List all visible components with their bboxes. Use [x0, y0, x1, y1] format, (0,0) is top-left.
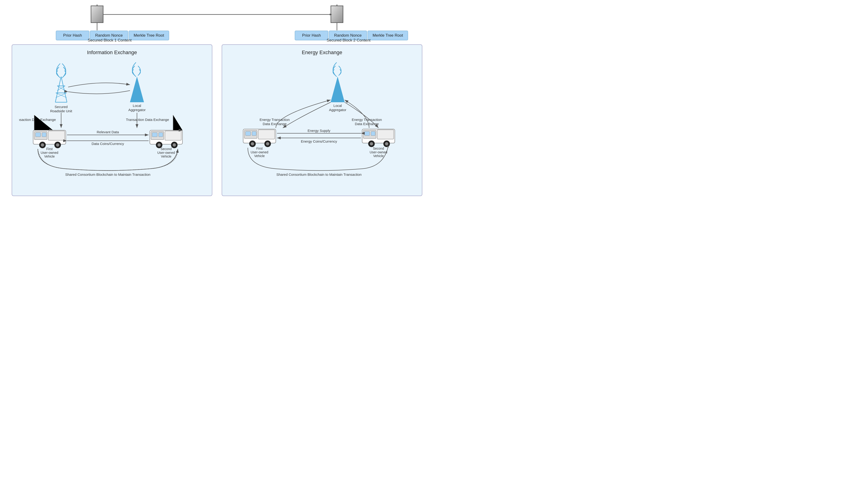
svg-text:Merkle Tree Root: Merkle Tree Root	[134, 33, 164, 37]
svg-text:Energy Supply: Energy Supply	[308, 129, 331, 132]
svg-text:Local: Local	[133, 103, 141, 108]
svg-text:Data Exchange: Data Exchange	[263, 122, 287, 126]
svg-rect-57	[152, 132, 157, 137]
svg-point-48	[41, 143, 44, 147]
diagram1-title: Information Exchange	[19, 50, 205, 56]
svg-rect-58	[159, 132, 163, 137]
svg-text:First: First	[256, 147, 262, 150]
svg-text:First: First	[46, 147, 53, 151]
svg-rect-92	[377, 130, 394, 139]
svg-text:Data Coins/Currency: Data Coins/Currency	[91, 142, 124, 146]
diagram2-title: Energy Exchange	[229, 50, 415, 56]
svg-text:Merkle Tree Root: Merkle Tree Root	[373, 33, 403, 37]
diagram2: Energy Exchange	[222, 44, 422, 196]
svg-text:Relevant Data: Relevant Data	[97, 130, 119, 134]
svg-rect-44	[48, 131, 65, 140]
svg-rect-45	[35, 132, 40, 137]
svg-rect-81	[245, 131, 251, 135]
svg-text:User-owned: User-owned	[251, 150, 268, 154]
svg-text:Secured Block 2 Content: Secured Block 2 Content	[327, 38, 371, 42]
svg-text:Transaction Data Exchange: Transaction Data Exchange	[126, 118, 169, 122]
svg-text:Vehicle: Vehicle	[161, 154, 171, 158]
svg-point-86	[266, 142, 269, 145]
svg-marker-37	[130, 77, 144, 102]
svg-text:Vehicle: Vehicle	[44, 154, 55, 158]
svg-point-96	[370, 142, 373, 145]
svg-text:Prior Hash: Prior Hash	[63, 33, 82, 37]
svg-line-26	[55, 77, 61, 102]
svg-text:Shared Consortium Blockchain t: Shared Consortium Blockchain to Maintain…	[276, 173, 362, 177]
diagram2-svg: Local Aggregator Energy Transaction Data…	[229, 60, 416, 189]
header-svg: Prior Hash Random Nonce Merkle Tree Root…	[12, 5, 422, 42]
svg-marker-71	[331, 77, 345, 102]
svg-text:User-owned: User-owned	[40, 151, 58, 154]
svg-rect-93	[365, 131, 370, 135]
svg-text:Secured: Secured	[55, 105, 68, 109]
svg-text:User-owned: User-owned	[157, 151, 175, 154]
main-container: Prior Hash Random Nonce Merkle Tree Root…	[5, 5, 429, 196]
svg-text:User-owned: User-owned	[370, 150, 387, 154]
svg-text:Second: Second	[160, 147, 172, 151]
svg-rect-0	[91, 6, 103, 23]
svg-point-84	[251, 142, 254, 145]
svg-text:Aggregator: Aggregator	[329, 108, 346, 112]
svg-text:Energy Coins/Currency: Energy Coins/Currency	[301, 139, 337, 143]
svg-text:Prior Hash: Prior Hash	[302, 33, 321, 37]
svg-text:Vehicle: Vehicle	[373, 154, 383, 158]
svg-point-50	[56, 143, 59, 147]
svg-rect-3	[331, 6, 343, 23]
svg-rect-80	[258, 130, 275, 139]
svg-text:Data Exchange: Data Exchange	[355, 122, 379, 126]
diagrams-row: Information Exchange	[5, 44, 429, 196]
diagram1-svg: Secured Roadside Unit Local Aggregator	[19, 60, 206, 189]
svg-text:Shared Consortium Blockchain t: Shared Consortium Blockchain to Maintain…	[65, 173, 150, 177]
svg-text:Vehicle: Vehicle	[254, 154, 265, 158]
svg-text:Random Nonce: Random Nonce	[334, 33, 362, 37]
svg-text:Roadside Unit: Roadside Unit	[50, 109, 72, 113]
svg-text:Energy Transaction: Energy Transaction	[259, 118, 289, 122]
svg-rect-46	[42, 132, 46, 137]
svg-point-60	[157, 143, 161, 147]
svg-marker-104	[387, 146, 389, 148]
svg-rect-94	[371, 131, 375, 135]
svg-rect-56	[165, 131, 181, 140]
svg-text:Local: Local	[334, 103, 342, 108]
diagram1: Information Exchange	[12, 44, 212, 196]
svg-text:Random Nonce: Random Nonce	[95, 33, 123, 37]
svg-point-62	[173, 143, 176, 147]
svg-text:Second: Second	[373, 147, 384, 150]
svg-text:Aggregator: Aggregator	[128, 108, 146, 112]
svg-point-98	[385, 142, 388, 145]
svg-rect-82	[252, 131, 256, 135]
svg-text:Secured Block 1 Content: Secured Block 1 Content	[88, 38, 132, 42]
svg-line-27	[61, 77, 67, 102]
